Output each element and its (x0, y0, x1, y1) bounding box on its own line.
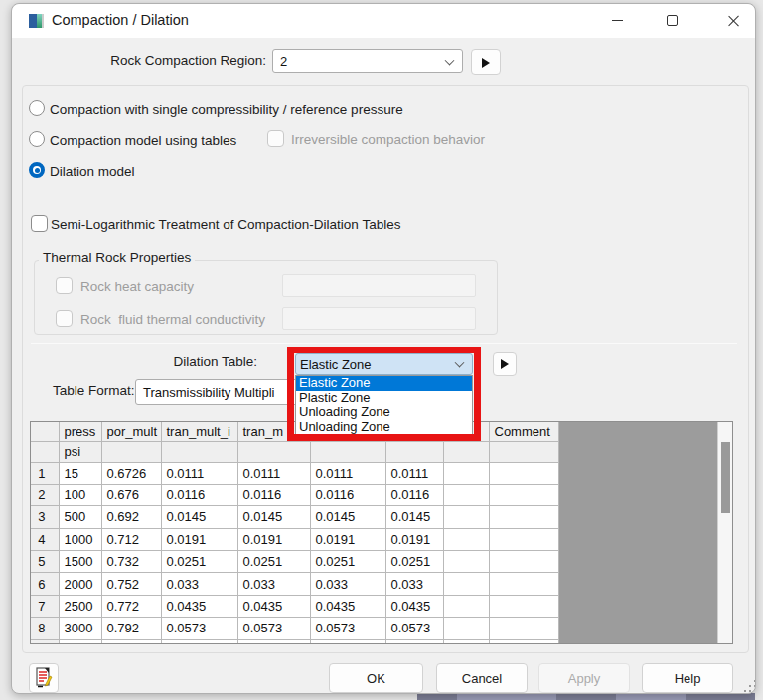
dilation-play-button[interactable] (493, 352, 517, 376)
table-cell[interactable] (489, 639, 558, 644)
dropdown-option[interactable]: Unloading Zone (296, 420, 472, 435)
table-cell[interactable]: 3000 (59, 618, 101, 639)
table-cell[interactable]: 0.676 (101, 484, 161, 505)
table-cell[interactable]: 0.0191 (237, 528, 310, 550)
table-cell[interactable]: 100 (59, 484, 101, 505)
notes-button[interactable] (29, 663, 59, 693)
table-cell[interactable]: 0.033 (310, 573, 385, 595)
region-combobox[interactable]: 2 (272, 49, 463, 73)
table-cell[interactable] (489, 618, 558, 639)
table-cell[interactable]: 1000 (59, 528, 101, 550)
table-cell[interactable]: 0.0116 (237, 484, 310, 505)
dropdown-option[interactable]: Plastic Zone (296, 391, 472, 406)
table-cell[interactable]: 0.0116 (161, 484, 237, 505)
help-button[interactable]: Help (642, 663, 733, 693)
close-button[interactable] (718, 4, 748, 37)
minimize-button[interactable] (602, 4, 632, 37)
table-cell[interactable]: 0.0191 (310, 528, 385, 550)
table-cell[interactable]: 0.0191 (385, 528, 443, 550)
table-cell[interactable]: 0.0435 (385, 595, 443, 617)
table-cell[interactable]: 2000 (59, 573, 101, 595)
table-cell[interactable]: 0.0111 (385, 462, 443, 484)
table-cell[interactable]: 0.732 (101, 551, 161, 573)
table-cell[interactable] (443, 573, 489, 595)
table-cell[interactable]: 0.0435 (161, 595, 237, 617)
table-cell[interactable] (443, 506, 489, 528)
table-cell[interactable]: 1500 (59, 551, 101, 573)
table-cell[interactable]: 0.0191 (161, 528, 237, 550)
table-cell[interactable] (101, 639, 161, 644)
table-cell[interactable] (443, 618, 489, 639)
table-cell[interactable]: 0.712 (101, 528, 161, 550)
cancel-button[interactable]: Cancel (436, 663, 528, 693)
table-cell[interactable]: 4 (31, 528, 59, 550)
table-cell[interactable]: 0.6726 (101, 462, 161, 484)
table-cell[interactable]: 0.692 (101, 506, 161, 528)
table-cell[interactable]: 500 (59, 506, 101, 528)
table-cell[interactable]: 0.0573 (237, 618, 310, 639)
table-cell[interactable] (385, 639, 443, 644)
table-cell[interactable] (443, 484, 489, 505)
table-cell[interactable]: 0.0145 (310, 506, 385, 528)
table-cell[interactable]: 0.752 (101, 573, 161, 595)
table-cell[interactable] (59, 639, 101, 644)
table-cell[interactable] (489, 551, 558, 573)
table-cell[interactable] (443, 639, 489, 644)
table-cell[interactable]: 0.0145 (161, 506, 237, 528)
table-cell[interactable]: 0.0435 (237, 595, 310, 617)
table-cell[interactable] (489, 506, 558, 528)
table-cell[interactable] (489, 595, 558, 617)
table-cell[interactable] (161, 639, 237, 644)
table-cell[interactable]: 0.0251 (310, 551, 385, 573)
table-cell[interactable] (237, 639, 310, 644)
maximize-button[interactable] (657, 4, 687, 37)
table-cell[interactable] (31, 639, 59, 644)
table-cell[interactable]: 0.033 (385, 573, 443, 595)
radio-single-compressibility[interactable] (29, 100, 45, 116)
ok-button[interactable]: OK (329, 663, 423, 693)
table-cell[interactable] (310, 639, 385, 644)
table-cell[interactable]: 0.0145 (385, 506, 443, 528)
table-cell[interactable] (489, 573, 558, 595)
titlebar[interactable]: Compaction / Dilation (12, 4, 755, 38)
table-cell[interactable]: 0.0116 (310, 484, 385, 505)
table-cell[interactable]: 0.0251 (385, 551, 443, 573)
table-cell[interactable]: 7 (31, 595, 59, 617)
table-cell[interactable]: 1 (31, 462, 59, 484)
table-cell[interactable]: 0.033 (237, 573, 310, 595)
table-cell[interactable] (443, 595, 489, 617)
table-cell[interactable] (443, 551, 489, 573)
table-cell[interactable] (443, 528, 489, 550)
table-cell[interactable]: 2 (31, 484, 59, 505)
table-cell[interactable]: 0.0573 (161, 618, 237, 639)
table-cell[interactable]: 15 (59, 462, 101, 484)
table-cell[interactable]: 0.792 (101, 618, 161, 639)
dilation-table-combobox[interactable]: Elastic Zone (295, 353, 473, 375)
dilation-data-table[interactable]: presspor_multtran_mult_itran_mCommentpsi… (30, 421, 733, 644)
table-cell[interactable]: 0.0145 (237, 506, 310, 528)
table-scrollbar[interactable] (717, 422, 732, 643)
table-cell[interactable] (489, 484, 558, 505)
table-cell[interactable] (443, 462, 489, 484)
table-cell[interactable]: 0.0251 (237, 551, 310, 573)
table-cell[interactable]: 0.033 (161, 573, 237, 595)
resize-grip[interactable] (744, 680, 756, 693)
semilog-checkbox[interactable] (31, 215, 48, 232)
table-cell[interactable]: 0.772 (101, 595, 161, 617)
dropdown-option[interactable]: Unloading Zone (296, 405, 472, 420)
table-cell[interactable]: 5 (31, 551, 59, 573)
dilation-table-dropdown[interactable]: Elastic ZonePlastic ZoneUnloading ZoneUn… (295, 375, 473, 436)
region-play-button[interactable] (471, 49, 501, 75)
table-cell[interactable]: 0.0116 (385, 484, 443, 505)
table-cell[interactable]: 0.0573 (385, 618, 443, 639)
table-cell[interactable]: 0.0435 (310, 595, 385, 617)
table-cell[interactable] (489, 462, 558, 484)
table-cell[interactable]: 3 (31, 506, 59, 528)
radio-dilation-model[interactable] (29, 162, 45, 178)
table-cell[interactable]: 0.0111 (161, 462, 237, 484)
table-cell[interactable]: 0.0111 (237, 462, 310, 484)
table-cell[interactable]: 0.0251 (161, 551, 237, 573)
table-scrollbar-thumb[interactable] (721, 442, 730, 513)
radio-compaction-tables[interactable] (29, 131, 45, 147)
dropdown-option[interactable]: Elastic Zone (296, 376, 472, 391)
